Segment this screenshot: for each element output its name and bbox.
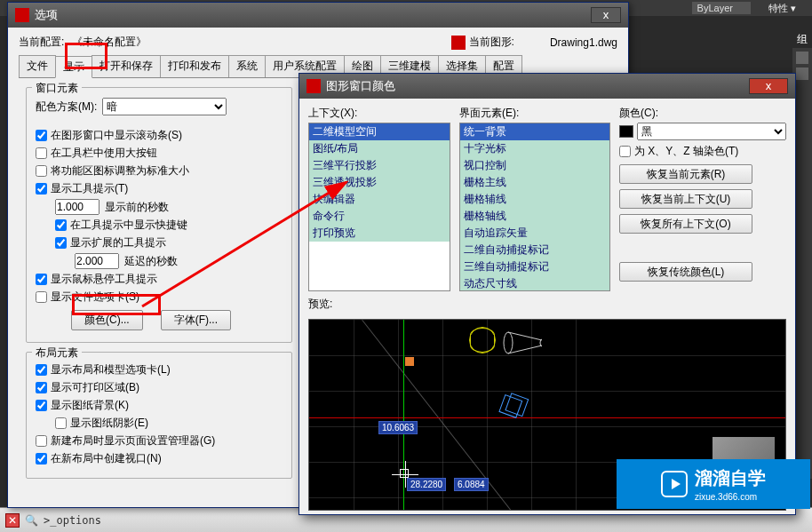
- context-item[interactable]: 三维平行投影: [309, 157, 450, 174]
- chk-file-tabs[interactable]: [36, 291, 47, 303]
- command-input[interactable]: >_options: [44, 514, 101, 527]
- chk-new-viewport[interactable]: [36, 453, 47, 465]
- preview-cone: [503, 327, 542, 359]
- preview-wireframe-obj: [496, 393, 531, 428]
- close-button[interactable]: x: [749, 78, 788, 94]
- element-item[interactable]: 十字光标: [460, 140, 609, 157]
- lbl-layout-tabs: 显示布局和模型选项卡(L): [51, 362, 171, 377]
- restore-all-button[interactable]: 恢复所有上下文(O): [619, 214, 752, 234]
- context-item[interactable]: 块编辑器: [309, 191, 450, 208]
- colors-button[interactable]: 颜色(C)...: [71, 310, 143, 330]
- tab-open-save[interactable]: 打开和保存: [92, 55, 161, 77]
- options-titlebar[interactable]: 选项 x: [8, 3, 628, 28]
- tab-files[interactable]: 文件: [19, 55, 56, 77]
- preview-y-axis: [403, 320, 404, 510]
- preview-x-axis: [309, 417, 785, 418]
- lbl-paper-shadow: 显示图纸阴影(E): [70, 416, 148, 431]
- lbl-axis-tint: 为 X、Y、Z 轴染色(T): [634, 144, 738, 159]
- tab-plot[interactable]: 打印和发布: [160, 55, 229, 77]
- color-scheme-select[interactable]: 暗: [102, 98, 227, 115]
- svg-line-2: [508, 332, 542, 340]
- lbl-tooltips: 显示工具提示(T): [51, 181, 128, 196]
- current-drawing-value: Drawing1.dwg: [550, 36, 617, 49]
- current-profile-value: 《未命名配置》: [72, 35, 147, 50]
- preview-dim-1: 10.6063: [378, 421, 418, 434]
- element-listbox[interactable]: 统一背景十字光标视口控制栅格主线栅格辅线栅格轴线自动追踪矢量二维自动捕捉标记三维…: [459, 123, 610, 291]
- close-button[interactable]: x: [591, 7, 621, 23]
- autocad-icon: [15, 8, 29, 22]
- tab-system[interactable]: 系统: [228, 55, 266, 77]
- context-item[interactable]: 图纸/布局: [309, 140, 450, 157]
- lbl-ribbon-std: 将功能区图标调整为标准大小: [51, 163, 189, 179]
- lbl-printable: 显示可打印区域(B): [51, 380, 139, 395]
- side-button-1[interactable]: [796, 52, 808, 64]
- side-button-2[interactable]: [796, 67, 808, 80]
- context-item[interactable]: 三维透视投影: [309, 174, 450, 191]
- tab-display[interactable]: 显示: [55, 56, 92, 78]
- lbl-new-viewport: 在新布局中创建视口(N): [51, 451, 162, 466]
- chk-ribbon-std[interactable]: [36, 165, 47, 177]
- color-label: 颜色(C):: [619, 106, 786, 121]
- colors-title: 图形窗口颜色: [326, 78, 395, 94]
- chk-paper-bg[interactable]: [36, 400, 47, 411]
- colors-titlebar[interactable]: 图形窗口颜色 x: [299, 74, 795, 99]
- svg-rect-5: [499, 395, 522, 418]
- chk-paper-shadow[interactable]: [55, 417, 67, 429]
- lbl-delay-ext: 延迟的秒数: [124, 254, 178, 269]
- watermark-play-icon: [661, 471, 688, 497]
- chk-tooltips[interactable]: [36, 183, 47, 195]
- properties-dropdown[interactable]: 特性 ▾: [760, 1, 805, 16]
- window-elements-group: 窗口元素 配色方案(M): 暗 在图形窗口中显示滚动条(S) 在工具栏中使用大按…: [26, 87, 292, 343]
- chk-layout-tabs[interactable]: [36, 364, 47, 376]
- context-item[interactable]: 打印预览: [309, 225, 450, 242]
- chk-shortcut[interactable]: [55, 219, 67, 231]
- chk-ext-tooltip[interactable]: [55, 237, 67, 249]
- lbl-page-setup: 新建布局时显示页面设置管理器(G): [51, 433, 215, 449]
- options-title: 选项: [35, 7, 58, 23]
- preview-dim-2b: 6.0884: [454, 478, 489, 491]
- fonts-button[interactable]: 字体(F)...: [161, 310, 231, 330]
- element-item[interactable]: 栅格主线: [460, 174, 609, 191]
- svg-line-3: [508, 345, 542, 353]
- lbl-shortcut: 在工具提示中显示快捷键: [70, 218, 187, 233]
- lbl-large-buttons: 在工具栏中使用大按钮: [51, 146, 157, 161]
- color-select[interactable]: 黑: [637, 123, 786, 140]
- window-elements-title: 窗口元素: [32, 81, 82, 96]
- drawing-icon: [451, 36, 466, 50]
- chk-large-buttons[interactable]: [36, 147, 47, 159]
- element-item[interactable]: 视口控制: [460, 157, 609, 174]
- chk-hover-tooltip[interactable]: [36, 274, 47, 285]
- svg-rect-6: [506, 393, 529, 417]
- context-listbox[interactable]: 二维模型空间图纸/布局三维平行投影三维透视投影块编辑器命令行打印预览: [308, 123, 450, 291]
- layout-elements-title: 布局元素: [32, 345, 82, 361]
- color-scheme-label: 配色方案(M):: [36, 99, 97, 115]
- restore-element-button[interactable]: 恢复当前元素(R): [619, 164, 752, 184]
- element-item[interactable]: 栅格辅线: [460, 191, 609, 208]
- preview-label: 预览:: [308, 297, 786, 312]
- element-item[interactable]: 二维自动捕捉标记: [460, 242, 609, 258]
- right-panel-label: 组: [792, 32, 812, 48]
- element-item[interactable]: 动态尺寸线: [460, 275, 609, 291]
- chk-page-setup[interactable]: [36, 435, 47, 447]
- element-item[interactable]: 栅格轴线: [460, 208, 609, 225]
- autocad-icon: [306, 79, 321, 93]
- chk-printable[interactable]: [36, 382, 47, 393]
- restore-classic-button[interactable]: 恢复传统颜色(L): [619, 262, 752, 282]
- close-cmd-icon[interactable]: ✕: [5, 513, 20, 528]
- element-item[interactable]: 自动追踪矢量: [460, 225, 609, 242]
- layer-combo[interactable]: ByLayer: [692, 2, 751, 14]
- lbl-paper-bg: 显示图纸背景(K): [51, 398, 129, 413]
- current-drawing-label: 当前图形:: [469, 35, 514, 50]
- svg-point-1: [504, 332, 513, 353]
- restore-context-button[interactable]: 恢复当前上下文(U): [619, 189, 752, 209]
- context-item[interactable]: 命令行: [309, 208, 450, 225]
- element-item[interactable]: 统一背景: [460, 123, 609, 140]
- lbl-delay-before: 显示前的秒数: [105, 200, 169, 215]
- context-item[interactable]: 二维模型空间: [309, 123, 450, 140]
- chk-axis-tint[interactable]: [619, 146, 631, 157]
- element-item[interactable]: 三维自动捕捉标记: [460, 258, 609, 275]
- color-swatch: [619, 125, 633, 138]
- delay-ext-input[interactable]: [75, 253, 119, 269]
- chk-scrollbars[interactable]: [36, 130, 47, 141]
- delay-before-input[interactable]: [55, 199, 100, 215]
